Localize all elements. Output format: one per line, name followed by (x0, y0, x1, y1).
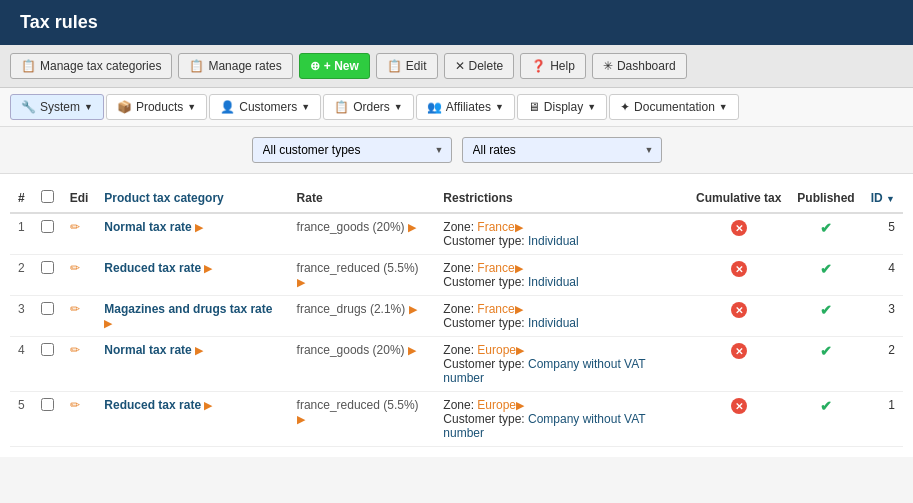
product-tax-arrow-icon[interactable]: ▶ (195, 344, 203, 356)
nav-item-system[interactable]: 🔧 System ▼ (10, 94, 104, 120)
edit-button[interactable]: 📋 Edit (376, 53, 438, 79)
zone-link[interactable]: Europe (477, 343, 516, 357)
manage-rates-button[interactable]: 📋 Manage rates (178, 53, 292, 79)
zone-link[interactable]: Europe (477, 398, 516, 412)
help-button[interactable]: ❓ Help (520, 53, 586, 79)
rate-link[interactable]: france_goods (20%) (297, 220, 405, 234)
col-header-published: Published (789, 184, 862, 213)
row-cumulative: ✕ (688, 337, 789, 392)
customer-type-value: Company without VAT number (443, 412, 645, 440)
customer-type-filter-wrap: All customer types Individual Company wi… (252, 137, 452, 163)
product-tax-arrow-icon[interactable]: ▶ (204, 262, 212, 274)
manage-tax-categories-icon: 📋 (21, 59, 36, 73)
nav-item-customers[interactable]: 👤 Customers ▼ (209, 94, 321, 120)
zone-arrow-icon[interactable]: ▶ (515, 262, 523, 274)
table-row: 2 ✏ Reduced tax rate ▶ france_reduced (5… (10, 255, 903, 296)
rate-link[interactable]: france_reduced (5.5%) (297, 261, 419, 275)
rate-link[interactable]: france_goods (20%) (297, 343, 405, 357)
table-row: 4 ✏ Normal tax rate ▶ france_goods (20%)… (10, 337, 903, 392)
row-checkbox[interactable] (41, 343, 54, 356)
product-tax-link[interactable]: Reduced tax rate (104, 398, 201, 412)
rate-arrow-icon[interactable]: ▶ (297, 276, 305, 288)
cumulative-no-icon: ✕ (731, 261, 747, 277)
dashboard-button[interactable]: ✳ Dashboard (592, 53, 687, 79)
zone-arrow-icon[interactable]: ▶ (515, 221, 523, 233)
cumulative-no-icon: ✕ (731, 343, 747, 359)
restriction-zone: Zone: France▶ (443, 261, 680, 275)
product-tax-arrow-icon[interactable]: ▶ (204, 399, 212, 411)
row-cumulative: ✕ (688, 255, 789, 296)
row-product-tax-category: Magazines and drugs tax rate ▶ (96, 296, 288, 337)
col-header-num: # (10, 184, 33, 213)
cumulative-no-icon: ✕ (731, 220, 747, 236)
delete-button[interactable]: ✕ Delete (444, 53, 515, 79)
rate-arrow-icon[interactable]: ▶ (409, 303, 417, 315)
published-yes-icon: ✔ (818, 302, 834, 318)
help-icon: ❓ (531, 59, 546, 73)
row-product-tax-category: Normal tax rate ▶ (96, 213, 288, 255)
affiliates-icon: 👥 (427, 100, 442, 114)
row-checkbox[interactable] (41, 302, 54, 315)
row-checkbox-cell (33, 296, 62, 337)
rate-link[interactable]: france_drugs (2.1%) (297, 302, 406, 316)
edit-pencil-icon[interactable]: ✏ (70, 302, 80, 316)
zone-arrow-icon[interactable]: ▶ (515, 303, 523, 315)
published-yes-icon: ✔ (818, 261, 834, 277)
row-rate: france_goods (20%) ▶ (289, 337, 436, 392)
rate-arrow-icon[interactable]: ▶ (297, 413, 305, 425)
product-tax-arrow-icon[interactable]: ▶ (104, 317, 112, 329)
col-header-id[interactable]: ID ▼ (863, 184, 903, 213)
nav-item-orders[interactable]: 📋 Orders ▼ (323, 94, 414, 120)
row-edit-cell: ✏ (62, 296, 97, 337)
edit-pencil-icon[interactable]: ✏ (70, 398, 80, 412)
row-product-tax-category: Normal tax rate ▶ (96, 337, 288, 392)
nav-item-products[interactable]: 📦 Products ▼ (106, 94, 207, 120)
rate-link[interactable]: france_reduced (5.5%) (297, 398, 419, 412)
select-all-checkbox[interactable] (41, 190, 54, 203)
row-published: ✔ (789, 255, 862, 296)
restriction-customer: Customer type: Individual (443, 275, 680, 289)
row-published: ✔ (789, 337, 862, 392)
main-content: # Edi Product tax category Rate Restrict… (0, 174, 913, 457)
edit-pencil-icon[interactable]: ✏ (70, 343, 80, 357)
col-header-product-tax-category: Product tax category (96, 184, 288, 213)
product-tax-link[interactable]: Normal tax rate (104, 220, 191, 234)
edit-pencil-icon[interactable]: ✏ (70, 220, 80, 234)
zone-link[interactable]: France (477, 302, 514, 316)
product-tax-link[interactable]: Reduced tax rate (104, 261, 201, 275)
edit-pencil-icon[interactable]: ✏ (70, 261, 80, 275)
col-header-checkbox (33, 184, 62, 213)
new-button[interactable]: ⊕ + New (299, 53, 370, 79)
row-edit-cell: ✏ (62, 213, 97, 255)
zone-link[interactable]: France (477, 261, 514, 275)
id-sort-icon: ▼ (886, 194, 895, 204)
tax-rules-table: # Edi Product tax category Rate Restrict… (10, 184, 903, 447)
nav-item-documentation[interactable]: ✦ Documentation ▼ (609, 94, 739, 120)
row-checkbox[interactable] (41, 261, 54, 274)
col-header-restrictions: Restrictions (435, 184, 688, 213)
product-tax-link[interactable]: Normal tax rate (104, 343, 191, 357)
rate-arrow-icon[interactable]: ▶ (408, 344, 416, 356)
row-checkbox[interactable] (41, 398, 54, 411)
restriction-zone: Zone: Europe▶ (443, 343, 680, 357)
customer-type-filter[interactable]: All customer types Individual Company wi… (252, 137, 452, 163)
rates-filter[interactable]: All rates france_goods (20%) france_redu… (462, 137, 662, 163)
zone-arrow-icon[interactable]: ▶ (516, 344, 524, 356)
product-tax-link[interactable]: Magazines and drugs tax rate (104, 302, 272, 316)
zone-arrow-icon[interactable]: ▶ (516, 399, 524, 411)
row-restrictions: Zone: Europe▶ Customer type: Company wit… (435, 392, 688, 447)
manage-tax-categories-button[interactable]: 📋 Manage tax categories (10, 53, 172, 79)
row-edit-cell: ✏ (62, 392, 97, 447)
zone-link[interactable]: France (477, 220, 514, 234)
row-checkbox[interactable] (41, 220, 54, 233)
page-title: Tax rules (20, 12, 98, 32)
restriction-customer: Customer type: Individual (443, 234, 680, 248)
nav-item-affiliates[interactable]: 👥 Affiliates ▼ (416, 94, 515, 120)
table-row: 3 ✏ Magazines and drugs tax rate ▶ franc… (10, 296, 903, 337)
restriction-customer: Customer type: Company without VAT numbe… (443, 412, 680, 440)
product-tax-arrow-icon[interactable]: ▶ (195, 221, 203, 233)
display-caret-icon: ▼ (587, 102, 596, 112)
customer-type-value: Individual (528, 234, 579, 248)
rate-arrow-icon[interactable]: ▶ (408, 221, 416, 233)
nav-item-display[interactable]: 🖥 Display ▼ (517, 94, 607, 120)
